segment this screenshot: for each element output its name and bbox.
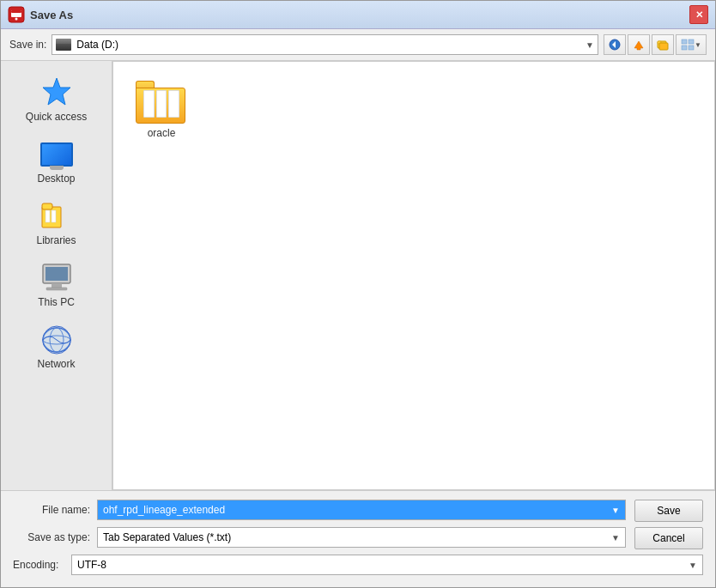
svg-marker-6 <box>634 41 643 50</box>
svg-marker-14 <box>43 78 70 105</box>
file-name-row: File name: ohf_rpd_lineage_extended ▼ <box>13 500 626 520</box>
action-buttons: Save Cancel <box>634 500 703 549</box>
sidebar-item-desktop[interactable]: Desktop <box>1 133 112 191</box>
pc-icon <box>39 264 74 293</box>
app-icon <box>8 6 25 23</box>
toolbar: Save in: Data (D:) ▼ <box>1 29 715 61</box>
encoding-dropdown[interactable]: UTF-8 ▼ <box>71 555 703 575</box>
svg-rect-11 <box>689 39 694 44</box>
sidebar-item-label-this-pc: This PC <box>38 296 75 308</box>
path-value: Data (D:) <box>76 39 118 51</box>
file-name-label: oracle <box>148 127 176 139</box>
form-fields: File name: ohf_rpd_lineage_extended ▼ Sa… <box>13 500 626 555</box>
save-type-label-text: Save as type: <box>13 531 90 543</box>
form-and-buttons: File name: ohf_rpd_lineage_extended ▼ Sa… <box>13 500 703 555</box>
svg-rect-12 <box>682 45 687 50</box>
sidebar-item-label-quick-access: Quick access <box>26 111 87 123</box>
view-dropdown-arrow: ▼ <box>695 41 701 49</box>
sidebar-item-libraries[interactable]: Libraries <box>1 195 112 253</box>
view-button[interactable]: ▼ <box>676 34 707 55</box>
recent-folders-button[interactable] <box>652 34 674 55</box>
file-name-label-text: File name: <box>13 504 90 516</box>
sidebar-item-this-pc[interactable]: This PC <box>1 257 112 315</box>
drive-icon <box>56 39 71 51</box>
svg-rect-9 <box>659 43 668 50</box>
save-type-dropdown-arrow: ▼ <box>611 533 620 543</box>
title-bar: Save As ✕ <box>1 1 715 29</box>
save-as-dialog: Save As ✕ Save in: Data (D:) ▼ <box>0 0 716 588</box>
file-name-value: ohf_rpd_lineage_extended <box>103 504 225 516</box>
file-browser-content[interactable]: oracle <box>112 61 715 490</box>
folder-icon <box>136 81 187 124</box>
save-type-value: Tab Separated Values (*.txt) <box>103 531 231 543</box>
svg-rect-10 <box>682 39 687 44</box>
encoding-dropdown-arrow: ▼ <box>689 561 697 570</box>
svg-point-3 <box>15 18 18 21</box>
svg-rect-20 <box>46 267 68 281</box>
star-icon <box>39 76 74 107</box>
file-name-dropdown-arrow: ▼ <box>611 506 620 515</box>
bottom-form-area: File name: ohf_rpd_lineage_extended ▼ Sa… <box>1 490 715 587</box>
svg-rect-17 <box>46 210 50 222</box>
close-button[interactable]: ✕ <box>689 5 708 24</box>
encoding-row: Encoding: UTF-8 ▼ <box>13 555 703 579</box>
svg-rect-13 <box>689 45 694 50</box>
svg-rect-22 <box>46 288 67 290</box>
sidebar-item-network[interactable]: Network <box>1 318 112 377</box>
sidebar-item-label-desktop: Desktop <box>37 173 75 185</box>
file-name-input[interactable]: ohf_rpd_lineage_extended ▼ <box>97 500 626 520</box>
list-item[interactable]: oracle <box>127 76 196 144</box>
save-type-row: Save as type: Tab Separated Values (*.tx… <box>13 527 626 548</box>
chevron-down-icon: ▼ <box>586 40 594 50</box>
cancel-button[interactable]: Cancel <box>634 527 703 549</box>
toolbar-buttons: ▼ <box>604 34 707 55</box>
svg-rect-18 <box>52 210 56 222</box>
libraries-icon <box>39 202 74 231</box>
save-in-dropdown[interactable]: Data (D:) ▼ <box>52 34 598 55</box>
network-icon <box>39 325 74 355</box>
dialog-title: Save As <box>30 9 689 21</box>
up-button[interactable] <box>628 34 650 55</box>
save-in-label: Save in: <box>9 39 46 51</box>
main-area: Quick access Desktop <box>1 61 715 490</box>
sidebar-item-label-libraries: Libraries <box>36 234 76 246</box>
back-button[interactable] <box>604 34 626 55</box>
svg-rect-16 <box>42 203 52 209</box>
desktop-icon <box>38 140 76 169</box>
sidebar-item-label-network: Network <box>37 358 75 370</box>
save-type-dropdown[interactable]: Tab Separated Values (*.txt) ▼ <box>97 527 626 548</box>
svg-rect-21 <box>52 283 62 288</box>
encoding-value: UTF-8 <box>77 559 106 571</box>
save-button[interactable]: Save <box>634 500 703 522</box>
svg-rect-2 <box>11 10 21 13</box>
sidebar: Quick access Desktop <box>1 61 112 490</box>
sidebar-item-quick-access[interactable]: Quick access <box>1 70 112 130</box>
encoding-label-text: Encoding: <box>13 559 64 571</box>
